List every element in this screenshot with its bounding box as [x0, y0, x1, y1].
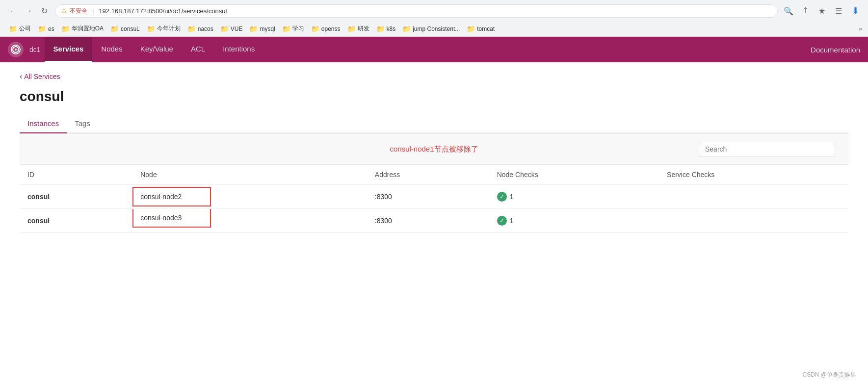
- row-2-id: consul: [20, 209, 132, 233]
- bookmarks-bar: 📁 公司 📁 es 📁 华润置地OA 📁 consuL 📁 今年计划 📁 nac…: [0, 22, 868, 36]
- breadcrumb-back-arrow: ‹: [20, 72, 22, 81]
- folder-icon: 📁: [402, 25, 411, 33]
- nav-buttons: ← → ↻: [6, 4, 51, 18]
- bookmark-label: 华润置地OA: [72, 25, 104, 33]
- folder-icon: 📁: [467, 25, 475, 33]
- bookmark-vue[interactable]: 📁 VUE: [217, 24, 246, 34]
- breadcrumb: ‹ All Services: [20, 72, 848, 81]
- tabs: Instances Tags: [20, 114, 848, 133]
- bookmark-k8s[interactable]: 📁 k8s: [373, 24, 399, 34]
- table-row[interactable]: consul consul-node2 :8300 ✓ 1: [20, 185, 848, 209]
- table-body: consul consul-node2 :8300 ✓ 1: [20, 185, 848, 233]
- search-input[interactable]: [699, 142, 836, 156]
- bookmark-label: 研发: [358, 25, 369, 33]
- nav-acl[interactable]: ACL: [182, 37, 214, 62]
- bookmark-hroa[interactable]: 📁 华润置地OA: [58, 24, 106, 34]
- check-badge: ✓ 1: [497, 192, 651, 202]
- consul-logo-icon: [11, 45, 21, 54]
- bookmarks-more-button[interactable]: »: [859, 26, 862, 32]
- nav-right: Documentation: [811, 46, 860, 54]
- bookmark-label: tomcat: [477, 26, 495, 32]
- row-1-address: :8300: [367, 185, 489, 209]
- address-bar[interactable]: ⚠ 不安全 | 192.168.187.172:8500/ui/dc1/serv…: [55, 4, 778, 18]
- back-button[interactable]: ←: [6, 4, 20, 18]
- folder-icon: 📁: [38, 25, 46, 33]
- bookmark-label: 公司: [19, 25, 31, 33]
- col-node: Node: [132, 165, 367, 185]
- nav-services[interactable]: Services: [45, 37, 93, 62]
- row-2-address: :8300: [367, 209, 489, 233]
- menu-button[interactable]: ☰: [832, 4, 845, 18]
- app-logo[interactable]: [8, 42, 24, 57]
- bookmark-es[interactable]: 📁 es: [35, 24, 57, 34]
- reload-button[interactable]: ↻: [37, 4, 51, 18]
- bookmark-label: nacos: [198, 26, 213, 32]
- nav-nodes[interactable]: Nodes: [92, 37, 131, 62]
- download-button[interactable]: ⬇: [848, 4, 862, 18]
- main-nav: Services Nodes Key/Value ACL Intentions: [45, 37, 811, 62]
- check-pass-icon: ✓: [497, 216, 507, 226]
- node-row-2: consul-node3: [133, 209, 210, 227]
- bookmark-plan[interactable]: 📁 今年计划: [144, 24, 184, 34]
- bookmark-label: openss: [321, 26, 341, 32]
- security-warning-text: 不安全: [70, 7, 87, 15]
- bookmark-label: VUE: [231, 26, 243, 32]
- bookmark-jump[interactable]: 📁 jump Consistent...: [399, 24, 463, 34]
- bookmark-dev[interactable]: 📁 研发: [344, 24, 372, 34]
- folder-icon: 📁: [110, 25, 119, 33]
- filter-notice: consul-node1节点被移除了: [300, 145, 568, 154]
- folder-icon: 📁: [187, 25, 196, 33]
- folder-icon: 📁: [311, 25, 319, 33]
- breadcrumb-all-services-link[interactable]: All Services: [24, 73, 60, 80]
- page-content: ‹ All Services consul Instances Tags con…: [0, 62, 868, 243]
- row-1-node: consul-node2: [132, 185, 367, 209]
- folder-icon: 📁: [249, 25, 258, 33]
- app-nav: dc1 Services Nodes Key/Value ACL Intenti…: [0, 37, 868, 62]
- filter-bar: consul-node1节点被移除了: [20, 133, 848, 165]
- node-highlight-box-2: consul-node3: [132, 209, 211, 228]
- bookmark-mysql[interactable]: 📁 mysql: [246, 24, 278, 34]
- browser-toolbar: ← → ↻ ⚠ 不安全 | 192.168.187.172:8500/ui/dc…: [0, 0, 868, 22]
- search-page-button[interactable]: 🔍: [782, 4, 795, 18]
- nav-key-value[interactable]: Key/Value: [132, 37, 182, 62]
- browser-actions: 🔍 ⤴ ★ ☰ ⬇: [782, 4, 862, 18]
- folder-icon: 📁: [61, 25, 70, 33]
- tab-tags[interactable]: Tags: [67, 114, 98, 133]
- bookmark-openss[interactable]: 📁 openss: [308, 24, 343, 34]
- forward-button[interactable]: →: [22, 4, 35, 18]
- row-1-id: consul: [20, 185, 132, 209]
- url-text: 192.168.187.172:8500/ui/dc1/services/con…: [99, 7, 771, 15]
- check-pass-icon: ✓: [497, 192, 507, 202]
- check-badge: ✓ 1: [497, 216, 651, 226]
- col-id: ID: [20, 165, 132, 185]
- bookmark-tomcat[interactable]: 📁 tomcat: [464, 24, 498, 34]
- dc-label: dc1: [29, 46, 41, 53]
- share-button[interactable]: ⤴: [798, 4, 812, 18]
- folder-icon: 📁: [220, 25, 229, 33]
- documentation-link[interactable]: Documentation: [811, 46, 860, 54]
- tab-instances[interactable]: Instances: [20, 114, 67, 133]
- bookmark-label: mysql: [260, 26, 275, 32]
- row-2-node: consul-node3: [132, 209, 367, 233]
- security-warning-icon: ⚠: [61, 7, 67, 14]
- nav-intentions[interactable]: Intentions: [214, 37, 263, 62]
- node-row-1: consul-node2: [133, 188, 210, 205]
- row-2-service-checks: [659, 209, 848, 233]
- folder-icon: 📁: [282, 25, 290, 33]
- bookmark-nacos[interactable]: 📁 nacos: [184, 24, 216, 34]
- folder-icon: 📁: [9, 25, 17, 33]
- bookmark-company[interactable]: 📁 公司: [6, 24, 34, 34]
- bookmark-button[interactable]: ★: [815, 4, 829, 18]
- bookmark-consul[interactable]: 📁 consuL: [107, 24, 143, 34]
- table-header: ID Node Address Node Checks Service Chec…: [20, 165, 848, 185]
- folder-icon: 📁: [347, 25, 356, 33]
- col-service-checks: Service Checks: [659, 165, 848, 185]
- bookmark-study[interactable]: 📁 学习: [279, 24, 307, 34]
- browser-chrome: ← → ↻ ⚠ 不安全 | 192.168.187.172:8500/ui/dc…: [0, 0, 868, 37]
- bookmark-label: consuL: [121, 26, 140, 32]
- table-row[interactable]: consul consul-node3 :8300 ✓ 1: [20, 209, 848, 233]
- bookmark-label: 学习: [292, 25, 304, 33]
- instances-table: ID Node Address Node Checks Service Chec…: [20, 165, 848, 233]
- folder-icon: 📁: [147, 25, 155, 33]
- bookmark-label: 今年计划: [157, 25, 181, 33]
